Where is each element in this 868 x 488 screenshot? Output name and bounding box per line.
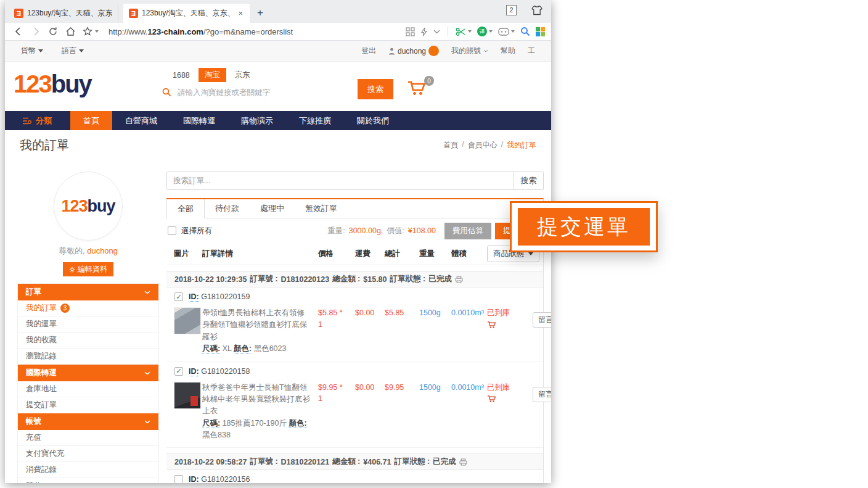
submit-waybill-button-zoomed[interactable]: 提交運單 — [518, 208, 650, 246]
item-price: $5.85 *1 — [318, 307, 354, 355]
language-menu[interactable]: 語言 — [62, 46, 84, 56]
new-tab-button[interactable]: + — [250, 7, 272, 23]
tab-invalid[interactable]: 無效訂單 — [295, 199, 348, 218]
main-search-input[interactable] — [178, 88, 332, 97]
tab-processing[interactable]: 處理中 — [250, 199, 295, 218]
sidebar-item-my-waybills[interactable]: 我的運單 — [18, 316, 158, 333]
edit-profile-button[interactable]: 編輯資料 — [63, 262, 113, 276]
forward-icon[interactable] — [28, 25, 43, 38]
order-item-row: 秋季爸爸中年男士長袖T恤翻領純棉中老年男裝寬鬆秋裝打底衫上衣 尺碼: 185推薦… — [166, 381, 543, 449]
nav-item-forwarding[interactable]: 國際轉運 — [170, 111, 228, 130]
close-tab-icon[interactable]: × — [237, 9, 244, 18]
message-button[interactable]: 留言 — [533, 387, 551, 402]
back-icon[interactable] — [11, 25, 26, 38]
nav-item-home[interactable]: 首頁 — [70, 111, 112, 130]
cart-icon[interactable] — [487, 321, 496, 329]
chevron-down-icon[interactable] — [433, 30, 440, 34]
sidebar-item-submit-order[interactable]: 提交訂單 — [18, 397, 158, 413]
printer-icon[interactable] — [455, 276, 463, 283]
apps-grid-icon[interactable] — [536, 27, 545, 36]
select-all-checkbox[interactable] — [168, 226, 176, 235]
sidebar-section-forwarding[interactable]: 國際轉運 — [18, 365, 158, 381]
orders-count-badge: 3 — [60, 304, 70, 313]
browser-tab-bar: Ǝ 123buy/淘宝、天猫、京东、168 Ǝ 123buy/淘宝、天猫、京东、… — [5, 0, 551, 23]
tab-all[interactable]: 全部 — [166, 199, 205, 218]
breadcrumb-home[interactable]: 首頁 — [443, 140, 458, 151]
platform-tab-taobao[interactable]: 淘宝 — [199, 68, 226, 82]
item-id: G1810220158 — [201, 367, 250, 376]
sidebar-item-recharge[interactable]: 充值 — [18, 430, 158, 446]
printer-icon[interactable] — [459, 458, 467, 466]
sidebar-item-warehouse-address[interactable]: 倉庫地址 — [18, 381, 158, 397]
col-volume: 體積 — [451, 249, 486, 259]
order-search-button[interactable]: 搜索 — [514, 172, 543, 189]
sidebar-item-history[interactable]: 瀏覽記錄 — [18, 349, 158, 365]
user-avatar: 123buy — [54, 172, 123, 241]
gamepad-icon[interactable] — [498, 28, 515, 36]
flash-icon[interactable] — [420, 27, 428, 36]
favorites-star-icon[interactable] — [80, 25, 101, 38]
translate-icon[interactable]: 译 — [477, 27, 493, 36]
nav-category[interactable]: 分類 — [5, 111, 70, 130]
cart-icon[interactable] — [487, 395, 496, 403]
item-id: G1810220156 — [201, 475, 250, 483]
sidebar-item-points[interactable]: 積分 — [18, 478, 158, 483]
item-status: 已到庫 — [487, 307, 531, 355]
nav-item-about[interactable]: 關於我們 — [344, 111, 402, 130]
currency-menu[interactable]: 貨幣 — [21, 46, 43, 56]
site-topbar: 貨幣 語言 登出 duchong 我的賬號 幫助 工 — [5, 41, 551, 62]
sidebar-item-my-orders[interactable]: 我的訂單 3 — [18, 300, 158, 316]
chevron-down-icon — [144, 371, 150, 375]
browser-tab-inactive[interactable]: Ǝ 123buy/淘宝、天猫、京东、168 — [9, 4, 118, 23]
main-search-button[interactable]: 搜索 — [358, 79, 393, 99]
logout-link[interactable]: 登出 — [361, 46, 376, 56]
weight-label: 重量: — [327, 226, 345, 236]
breadcrumb-member[interactable]: 會員中心 — [468, 140, 497, 151]
platform-tab-jd[interactable]: 京东 — [229, 68, 256, 82]
orders-table-header: 圖片 訂單詳情 價格 運費 總計 重量 體積 商品狀態 — [166, 243, 543, 265]
main-nav: 分類 首頁 自營商城 國際轉運 購物演示 下線推廣 關於我們 — [5, 111, 551, 130]
message-button[interactable]: 留言 — [533, 312, 551, 328]
browser-tab-active[interactable]: Ǝ 123buy/淘宝、天猫、京东、168 × — [123, 4, 250, 23]
wardrobe-icon[interactable] — [531, 5, 542, 15]
product-title[interactable]: 秋季爸爸中年男士長袖T恤翻領純棉中老年男裝寬鬆秋裝打底衫上衣 — [202, 383, 310, 416]
item-id-row: ID: G1810220156 — [166, 470, 543, 483]
tab-count-badge[interactable]: 2 — [506, 5, 517, 15]
estimate-fee-button[interactable]: 費用估算 — [444, 223, 491, 239]
help-link[interactable]: 幫助 — [501, 46, 515, 56]
cart-count-badge: 0 — [424, 76, 434, 86]
platform-tab-1688[interactable]: 1688 — [166, 69, 196, 81]
user-menu[interactable]: duchong — [388, 46, 439, 56]
home-icon[interactable] — [63, 25, 78, 38]
clipper-scissors-icon[interactable] — [456, 27, 472, 36]
chevron-down-icon — [483, 49, 488, 52]
nav-item-promotion[interactable]: 下線推廣 — [286, 111, 344, 130]
tools-link[interactable]: 工 — [528, 46, 535, 56]
sidebar-item-alipay-recharge[interactable]: 支付寶代充 — [18, 446, 158, 462]
product-image[interactable] — [174, 307, 201, 334]
item-freight: $0.00 — [355, 307, 383, 355]
tab-pending-payment[interactable]: 待付款 — [205, 199, 250, 218]
sidebar-item-favorites[interactable]: 我的收藏 — [18, 333, 158, 349]
sidebar-section-account[interactable]: 帳號 — [18, 413, 158, 430]
account-menu[interactable]: 我的賬號 — [451, 46, 488, 56]
find-icon[interactable] — [520, 27, 530, 36]
url-field[interactable]: http://www.123-chain.com/?go=m&name=orde… — [108, 27, 403, 36]
sidebar-section-orders[interactable]: 訂單 — [18, 284, 158, 300]
item-checkbox[interactable] — [174, 475, 183, 483]
category-list-icon — [22, 117, 31, 125]
site-logo[interactable]: 123buy — [14, 70, 91, 98]
product-image[interactable] — [174, 382, 201, 409]
refresh-icon[interactable] — [46, 25, 60, 38]
sidebar-item-spending-records[interactable]: 消費記錄 — [18, 462, 158, 478]
cart-button[interactable]: 0 — [407, 80, 427, 96]
nav-item-demo[interactable]: 購物演示 — [228, 111, 286, 130]
order-search-input[interactable] — [167, 172, 514, 189]
item-total: $9.95 — [385, 382, 418, 442]
qr-grid-icon[interactable] — [406, 27, 415, 36]
greeting: 尊敬的, duchong — [17, 246, 159, 257]
nav-item-mall[interactable]: 自營商城 — [112, 111, 170, 130]
product-title[interactable]: 帶領t恤男長袖棉料上衣有領修身翻領T恤襯衫領體血衫打底保羅衫 — [202, 308, 307, 341]
item-checkbox[interactable] — [174, 292, 183, 301]
item-checkbox[interactable] — [174, 367, 183, 376]
